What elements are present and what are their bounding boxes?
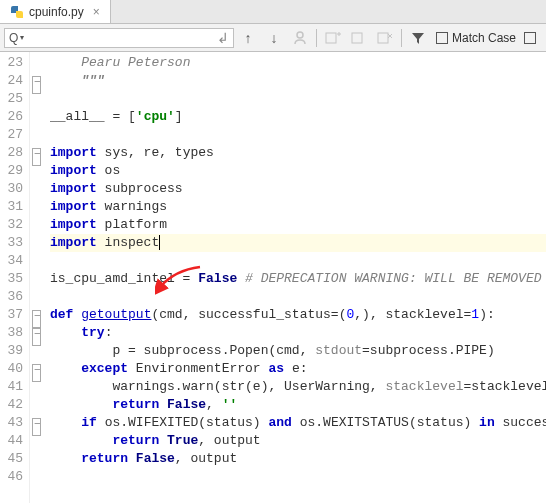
code-line[interactable]: try: [50,324,546,342]
code-line[interactable]: import warnings [50,198,546,216]
close-tab-icon[interactable]: × [93,5,100,19]
code-line[interactable]: Pearu Peterson [50,54,546,72]
remove-selection-button[interactable] [347,27,371,49]
line-number: 34 [0,252,23,270]
line-number: 26 [0,108,23,126]
search-box[interactable]: Q ▾ ↲ [4,28,234,48]
python-file-icon [10,5,24,19]
separator [401,29,402,47]
select-all-occurrences-button[interactable] [288,27,312,49]
add-selection-icon [325,31,341,45]
tab-bar: cpuinfo.py × [0,0,546,24]
line-number: 44 [0,432,23,450]
svg-rect-5 [378,33,388,43]
tab-filename: cpuinfo.py [29,5,84,19]
line-number: 36 [0,288,23,306]
code-area[interactable]: Pearu Peterson """__all__ = ['cpu']impor… [44,52,546,503]
line-number: 24 [0,72,23,90]
enter-icon: ↲ [217,30,229,46]
svg-rect-1 [326,33,336,43]
code-line[interactable]: __all__ = ['cpu'] [50,108,546,126]
code-line[interactable]: import platform [50,216,546,234]
code-line[interactable]: is_cpu_amd_intel = False # DEPRECATION W… [50,270,546,288]
code-line[interactable]: if os.WIFEXITED(status) and os.WEXITSTAT… [50,414,546,432]
code-line[interactable]: import inspect [50,234,546,252]
line-number: 33 [0,234,23,252]
checkbox-icon [436,32,448,44]
match-case-label: Match Case [452,31,516,45]
remove-selection-icon [351,31,367,45]
line-number: 39 [0,342,23,360]
find-toolbar: Q ▾ ↲ ↑ ↓ Match Case [0,24,546,52]
search-history-dropdown-icon[interactable]: ▾ [20,33,24,42]
add-selection-button[interactable] [321,27,345,49]
overflow-checkbox[interactable] [522,32,540,44]
line-number: 37 [0,306,23,324]
match-case-checkbox[interactable]: Match Case [432,31,520,45]
separator [316,29,317,47]
code-line[interactable]: """ [50,72,546,90]
code-line[interactable]: import sys, re, types [50,144,546,162]
search-input[interactable] [28,31,217,45]
fold-column[interactable] [30,52,44,503]
line-number: 45 [0,450,23,468]
line-number: 42 [0,396,23,414]
line-number: 29 [0,162,23,180]
person-icon [292,30,308,46]
line-number: 40 [0,360,23,378]
code-line[interactable]: import subprocess [50,180,546,198]
code-line[interactable] [50,288,546,306]
prev-match-button[interactable]: ↑ [236,27,260,49]
code-editor[interactable]: 2324252627282930313233343536373839404142… [0,52,546,503]
line-number: 27 [0,126,23,144]
search-icon: Q [9,31,18,45]
line-number: 28 [0,144,23,162]
line-number: 32 [0,216,23,234]
line-number: 43 [0,414,23,432]
exclude-icon [377,31,393,45]
file-tab[interactable]: cpuinfo.py × [0,0,111,23]
line-number: 38 [0,324,23,342]
line-number: 31 [0,198,23,216]
line-number-gutter: 2324252627282930313233343536373839404142… [0,52,30,503]
svg-point-0 [297,32,303,38]
line-number: 35 [0,270,23,288]
code-line[interactable] [50,468,546,486]
checkbox-icon [524,32,536,44]
code-line[interactable]: return True, output [50,432,546,450]
code-line[interactable]: except EnvironmentError as e: [50,360,546,378]
line-number: 30 [0,180,23,198]
code-line[interactable]: import os [50,162,546,180]
filter-button[interactable] [406,27,430,49]
code-line[interactable]: def getoutput(cmd, successful_status=(0,… [50,306,546,324]
code-line[interactable]: warnings.warn(str(e), UserWarning, stack… [50,378,546,396]
line-number: 23 [0,54,23,72]
code-line[interactable]: p = subprocess.Popen(cmd, stdout=subproc… [50,342,546,360]
exclude-button[interactable] [373,27,397,49]
line-number: 41 [0,378,23,396]
code-line[interactable] [50,126,546,144]
code-line[interactable]: return False, output [50,450,546,468]
filter-icon [411,31,425,45]
next-match-button[interactable]: ↓ [262,27,286,49]
code-line[interactable] [50,90,546,108]
line-number: 25 [0,90,23,108]
code-line[interactable]: return False, '' [50,396,546,414]
svg-rect-4 [352,33,362,43]
code-line[interactable] [50,252,546,270]
line-number: 46 [0,468,23,486]
